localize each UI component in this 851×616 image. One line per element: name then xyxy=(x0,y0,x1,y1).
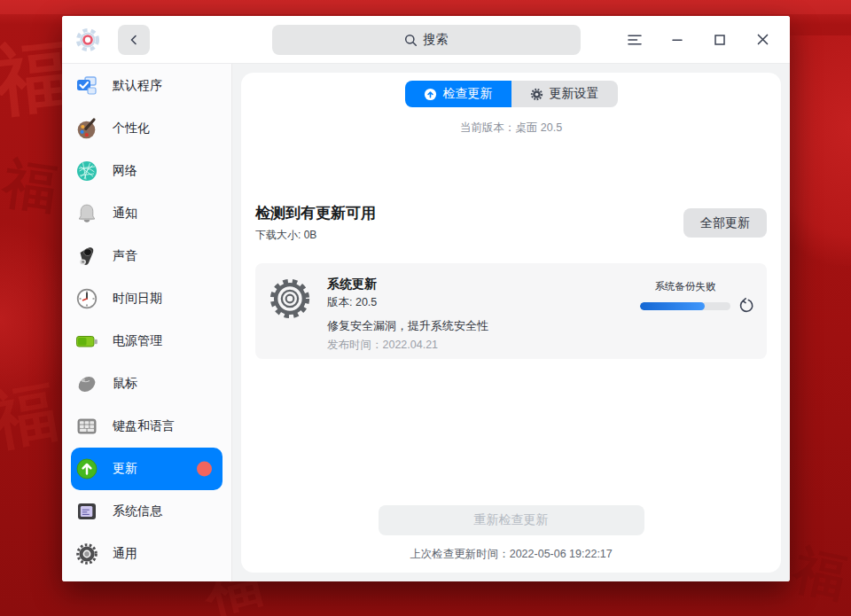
sidebar-item-sound[interactable]: 声音 xyxy=(71,235,223,277)
update-tabs: 检查更新 更新设置 xyxy=(405,81,618,107)
download-size-text: 下载大小: 0B xyxy=(255,228,376,243)
sidebar-item-general[interactable]: 通用 xyxy=(71,533,223,575)
wallpaper-top-strip xyxy=(0,0,851,14)
sidebar-item-label: 声音 xyxy=(113,248,137,264)
settings-gear-icon xyxy=(530,88,543,101)
recheck-updates-button[interactable]: 重新检查更新 xyxy=(379,505,644,535)
search-input[interactable]: 搜索 xyxy=(272,25,581,55)
sidebar-item-default-apps[interactable]: 默认程序 xyxy=(71,65,223,107)
backup-status-text: 系统备份失败 xyxy=(640,280,730,293)
search-icon xyxy=(404,34,418,47)
update-arrow-icon xyxy=(75,457,98,480)
update-item-texts: 系统更新 版本: 20.5 修复安全漏洞，提升系统安全性 发布时间：2022.0… xyxy=(327,277,488,346)
updates-available-title: 检测到有更新可用 xyxy=(255,203,376,223)
system-info-icon xyxy=(75,500,98,523)
search-placeholder: 搜索 xyxy=(424,32,449,48)
update-item-version: 版本: 20.5 xyxy=(327,295,488,310)
sidebar-item-network[interactable]: 网络 xyxy=(71,150,223,192)
sidebar-item-label: 电源管理 xyxy=(113,333,162,349)
sidebar-item-label: 更新 xyxy=(113,461,137,477)
menu-icon xyxy=(628,34,642,46)
control-center-window: 搜索 xyxy=(62,16,790,581)
general-gear-icon xyxy=(75,542,98,565)
check-update-icon xyxy=(424,88,437,101)
tab-label: 检查更新 xyxy=(443,86,493,102)
notification-bell-icon xyxy=(75,202,98,225)
personalization-icon xyxy=(75,117,98,140)
sidebar-item-keyboard[interactable]: 键盘和语言 xyxy=(71,405,223,448)
sidebar: 默认程序 个性化 网络 xyxy=(62,64,232,581)
backup-progress-row xyxy=(640,298,754,314)
update-item-title: 系统更新 xyxy=(327,277,488,292)
keyboard-icon xyxy=(75,415,98,438)
control-center-app-icon xyxy=(74,27,101,53)
retry-backup-button[interactable] xyxy=(738,298,754,314)
update-all-button[interactable]: 全部更新 xyxy=(683,208,767,238)
maximize-icon xyxy=(714,34,726,46)
current-version-text: 当前版本：桌面 20.5 xyxy=(460,121,562,136)
refresh-icon xyxy=(738,298,754,314)
update-badge xyxy=(197,462,212,477)
tab-update-settings[interactable]: 更新设置 xyxy=(511,81,618,107)
close-button[interactable] xyxy=(746,23,779,57)
maximize-button[interactable] xyxy=(703,23,737,57)
chevron-left-icon xyxy=(129,35,139,45)
update-item-release-date: 发布时间：2022.04.21 xyxy=(327,338,488,353)
battery-icon xyxy=(75,330,98,353)
back-button[interactable] xyxy=(118,25,150,55)
update-panel: 检查更新 更新设置 当前版本：桌面 20.5 检测到有更新可用 xyxy=(241,73,781,573)
sidebar-item-system-info[interactable]: 系统信息 xyxy=(71,490,223,533)
close-icon xyxy=(756,33,769,46)
sidebar-item-updates[interactable]: 更新 xyxy=(71,448,223,490)
tab-label: 更新设置 xyxy=(550,86,599,102)
updates-section-header: 检测到有更新可用 下载大小: 0B 全部更新 xyxy=(255,203,767,243)
wallpaper-fu-glyph: 福 xyxy=(0,147,61,226)
sidebar-item-label: 时间日期 xyxy=(113,291,162,307)
wallpaper-fu-glyph: 福 xyxy=(788,535,851,613)
backup-progress-bar xyxy=(640,302,730,310)
backup-progress-fill xyxy=(640,302,705,310)
sound-speaker-icon xyxy=(75,245,98,268)
sidebar-item-label: 通用 xyxy=(113,546,137,562)
backup-status-block: 系统备份失败 xyxy=(640,280,754,346)
menu-button[interactable] xyxy=(618,23,652,57)
sidebar-item-mouse[interactable]: 鼠标 xyxy=(71,363,223,405)
sidebar-item-power[interactable]: 电源管理 xyxy=(71,320,223,363)
window-controls xyxy=(609,23,779,57)
sidebar-item-personalization[interactable]: 个性化 xyxy=(71,107,223,150)
sidebar-item-datetime[interactable]: 时间日期 xyxy=(71,277,223,320)
main-area: 检查更新 更新设置 当前版本：桌面 20.5 检测到有更新可用 xyxy=(232,64,790,581)
tab-check-updates[interactable]: 检查更新 xyxy=(405,81,511,107)
mouse-icon xyxy=(75,372,98,395)
network-icon xyxy=(75,160,98,183)
sidebar-item-label: 个性化 xyxy=(113,121,150,136)
default-apps-icon xyxy=(75,74,98,97)
update-item-description: 修复安全漏洞，提升系统安全性 xyxy=(327,318,488,334)
titlebar: 搜索 xyxy=(62,16,790,64)
sidebar-item-label: 网络 xyxy=(113,163,137,179)
sidebar-item-label: 通知 xyxy=(113,206,137,222)
system-update-card: 系统更新 版本: 20.5 修复安全漏洞，提升系统安全性 发布时间：2022.0… xyxy=(255,263,767,359)
clock-icon xyxy=(75,287,98,310)
sidebar-item-label: 系统信息 xyxy=(113,503,162,519)
system-update-gear-icon xyxy=(268,277,312,321)
minimize-icon xyxy=(671,34,683,46)
sidebar-item-label: 默认程序 xyxy=(113,78,162,94)
minimize-button[interactable] xyxy=(660,23,694,57)
last-check-time-text: 上次检查更新时间：2022-05-06 19:22:17 xyxy=(410,547,613,562)
sidebar-item-label: 键盘和语言 xyxy=(113,418,175,434)
sidebar-item-label: 鼠标 xyxy=(113,376,137,392)
section-texts: 检测到有更新可用 下载大小: 0B xyxy=(255,203,376,243)
sidebar-item-notifications[interactable]: 通知 xyxy=(71,192,223,235)
